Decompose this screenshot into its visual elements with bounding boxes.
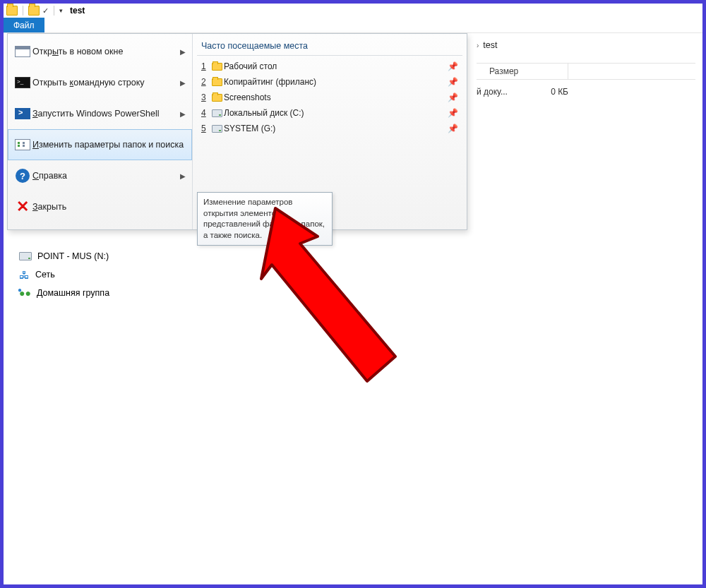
quickaccess-folder-icon[interactable] xyxy=(28,6,40,16)
folder-icon xyxy=(6,6,18,16)
options-icon xyxy=(13,139,32,150)
col-size[interactable]: Размер xyxy=(477,64,568,79)
frequent-item-desktop[interactable]: 1 Рабочий стол 📌 xyxy=(197,59,462,74)
window-title: test xyxy=(70,6,85,16)
file-menu-panel: Открыть в новом окне ▶ Открыть командную… xyxy=(7,33,467,230)
powershell-icon xyxy=(13,108,32,119)
help-icon: ? xyxy=(13,169,32,183)
close-icon: ✕ xyxy=(13,199,32,215)
sidebar-item-network[interactable]: 🖧 Сеть xyxy=(19,265,109,284)
disk-icon xyxy=(210,109,224,117)
disk-icon xyxy=(210,125,224,133)
navigation-pane: POINT - MUS (N:) 🖧 Сеть ●● Домашняя груп… xyxy=(19,247,109,302)
menu-label: Открыть в новом окне xyxy=(32,47,180,56)
column-headers: Размер xyxy=(477,63,695,80)
frequent-item-system-g[interactable]: 5 SYSTEM (G:) 📌 xyxy=(197,121,462,136)
chevron-right-icon: › xyxy=(477,42,479,49)
sidebar-label: Сеть xyxy=(35,270,55,280)
menu-label: Закрыть xyxy=(32,202,186,212)
frequent-places-header: Часто посещаемые места xyxy=(197,40,462,56)
accelerator-number: 1 xyxy=(201,61,210,71)
col-size-label: Размер xyxy=(489,66,518,76)
frequent-label: Локальный диск (C:) xyxy=(224,108,448,118)
folder-icon xyxy=(210,78,224,86)
folder-icon xyxy=(210,94,224,102)
menu-label: Изменить параметры папок и поиска xyxy=(32,140,186,150)
menu-open-new-window[interactable]: Открыть в новом окне ▶ xyxy=(8,36,192,67)
folder-icon xyxy=(210,63,224,71)
network-icon: 🖧 xyxy=(19,269,30,281)
separator xyxy=(54,6,54,16)
file-type-partial: й доку... xyxy=(477,87,519,97)
menu-folder-options[interactable]: Изменить параметры папок и поиска xyxy=(8,129,192,160)
accelerator-number: 3 xyxy=(201,92,210,102)
frequent-item-screenshots[interactable]: 3 Screenshots 📌 xyxy=(197,90,462,105)
sidebar-label: Домашняя группа xyxy=(37,288,109,298)
ribbon-tab-row: Файл xyxy=(4,18,702,33)
pin-icon[interactable]: 📌 xyxy=(448,92,458,102)
separator xyxy=(23,6,23,16)
accelerator-number: 5 xyxy=(201,124,210,133)
pin-icon[interactable]: 📌 xyxy=(448,108,458,118)
frequent-label: SYSTEM (G:) xyxy=(224,124,448,133)
sidebar-label: POINT - MUS (N:) xyxy=(37,251,109,261)
titlebar: ✓ ▾ test xyxy=(4,4,702,18)
homegroup-icon: ●● xyxy=(19,287,31,299)
cmd-icon xyxy=(13,77,32,88)
submenu-arrow-icon: ▶ xyxy=(180,172,186,180)
quickaccess-properties-icon[interactable]: ✓ xyxy=(42,6,49,16)
submenu-arrow-icon: ▶ xyxy=(180,48,186,56)
frequent-label: Screenshots xyxy=(224,92,448,102)
menu-label: Справка xyxy=(32,171,180,181)
submenu-arrow-icon: ▶ xyxy=(180,110,186,118)
menu-close[interactable]: ✕ Закрыть xyxy=(8,191,192,222)
file-menu-left: Открыть в новом окне ▶ Открыть командную… xyxy=(8,34,193,229)
accelerator-number: 4 xyxy=(201,108,210,118)
menu-label: Открыть командную строку xyxy=(32,78,180,88)
file-row[interactable]: й доку... 0 КБ xyxy=(477,87,568,97)
sidebar-item-homegroup[interactable]: ●● Домашняя группа xyxy=(19,284,109,302)
window-icon xyxy=(13,46,32,57)
pin-icon[interactable]: 📌 xyxy=(448,124,458,133)
breadcrumb-current[interactable]: test xyxy=(483,40,497,50)
folder-options-tooltip: Изменение параметров открытия элементов,… xyxy=(197,192,333,246)
menu-open-command-prompt[interactable]: Открыть командную строку ▶ xyxy=(8,67,192,98)
submenu-arrow-icon: ▶ xyxy=(180,79,186,87)
file-size: 0 КБ xyxy=(526,87,568,97)
pin-icon[interactable]: 📌 xyxy=(448,77,458,87)
menu-help[interactable]: ? Справка ▶ xyxy=(8,160,192,191)
frequent-item-copywriting[interactable]: 2 Копирайтинг (фриланс) 📌 xyxy=(197,74,462,90)
quickaccess-customize-dropdown[interactable]: ▾ xyxy=(59,7,63,14)
sidebar-item-drive-n[interactable]: POINT - MUS (N:) xyxy=(19,247,109,265)
breadcrumb[interactable]: › test xyxy=(477,40,498,50)
file-tab-label: Файл xyxy=(13,20,35,30)
menu-open-powershell[interactable]: Запустить Windows PowerShell ▶ xyxy=(8,98,192,129)
menu-label: Запустить Windows PowerShell xyxy=(32,109,180,119)
pin-icon[interactable]: 📌 xyxy=(448,61,458,71)
accelerator-number: 2 xyxy=(201,77,210,87)
file-tab[interactable]: Файл xyxy=(4,18,44,32)
frequent-label: Копирайтинг (фриланс) xyxy=(224,77,448,87)
drive-icon xyxy=(19,252,32,260)
frequent-item-local-disk-c[interactable]: 4 Локальный диск (C:) 📌 xyxy=(197,105,462,121)
frequent-label: Рабочий стол xyxy=(224,61,448,71)
